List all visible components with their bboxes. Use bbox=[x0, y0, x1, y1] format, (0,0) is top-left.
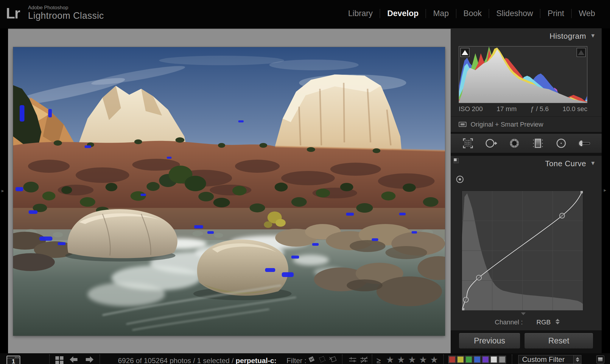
red-eye-tool[interactable] bbox=[507, 136, 522, 150]
filter-lock-icon[interactable] bbox=[596, 355, 604, 363]
channel-row: Channel : RGB bbox=[451, 317, 602, 329]
channel-spinner-icon[interactable] bbox=[555, 319, 560, 324]
highlight-clipping-indicator[interactable] bbox=[577, 48, 586, 57]
color-label-gray[interactable] bbox=[499, 356, 506, 363]
left-panel-reveal-icon[interactable]: ▸ bbox=[1, 188, 4, 194]
module-picker: Library Develop Map Book Slideshow Print… bbox=[341, 9, 602, 18]
radial-filter-tool[interactable] bbox=[554, 136, 568, 150]
targeted-adjustment-icon[interactable] bbox=[455, 175, 464, 185]
dropdown-spinner-icon[interactable] bbox=[573, 355, 581, 364]
separator bbox=[443, 354, 444, 364]
main-window-button[interactable]: 1 bbox=[7, 356, 20, 364]
edited-filter-icon[interactable] bbox=[348, 356, 357, 364]
tone-curve-title: Tone Curve bbox=[545, 159, 586, 168]
histogram-svg bbox=[459, 46, 587, 103]
filmstrip-toolbar: 1 2 6926 of 105264 photos / 1 selected /… bbox=[0, 353, 610, 364]
flag-picked-icon[interactable] bbox=[307, 356, 316, 364]
tone-curve-panel: Tone Curve ▼ Channel : RGB bbox=[451, 156, 602, 330]
unedited-filter-icon[interactable] bbox=[359, 356, 369, 364]
filter-label: Filter : bbox=[287, 357, 306, 364]
color-label-red[interactable] bbox=[449, 356, 456, 363]
separator bbox=[99, 354, 100, 364]
flag-unflagged-icon[interactable] bbox=[318, 356, 326, 364]
star-icon[interactable]: ★ bbox=[397, 356, 405, 364]
separator bbox=[49, 354, 50, 364]
previous-button[interactable]: Previous bbox=[459, 333, 520, 349]
reset-button[interactable]: Reset bbox=[524, 333, 593, 349]
smart-preview-label: Original + Smart Preview bbox=[471, 121, 543, 128]
smart-preview-status[interactable]: Original + Smart Preview bbox=[451, 116, 602, 132]
identity-plate: Lr Adobe Photoshop Lightroom Classic bbox=[6, 5, 104, 22]
shadow-clipping-indicator[interactable] bbox=[460, 48, 469, 57]
develop-canvas-area bbox=[8, 28, 451, 353]
brand-line-2: Lightroom Classic bbox=[28, 11, 104, 21]
color-label-green[interactable] bbox=[465, 356, 472, 363]
collapse-triangle-icon[interactable]: ▼ bbox=[590, 32, 596, 39]
module-web[interactable]: Web bbox=[571, 9, 602, 18]
right-panel: Histogram ▼ ISO 200 17 mm ƒ / bbox=[451, 28, 602, 353]
exif-focal-length: 17 mm bbox=[497, 105, 516, 113]
tone-curve-svg bbox=[462, 191, 583, 310]
tool-strip bbox=[451, 134, 602, 153]
grid-view-icon[interactable] bbox=[55, 356, 64, 364]
adjustment-brush-tool[interactable] bbox=[577, 136, 592, 150]
left-panel-rail: ▸ bbox=[0, 28, 8, 364]
color-label-blue[interactable] bbox=[474, 356, 481, 363]
histogram-header[interactable]: Histogram ▼ bbox=[451, 28, 602, 43]
color-label-yellow[interactable] bbox=[457, 356, 464, 363]
curve-region-pointer-icon bbox=[521, 312, 526, 315]
filter-preset-dropdown[interactable]: Custom Filter bbox=[518, 355, 581, 364]
exif-aperture: ƒ / 5.6 bbox=[530, 105, 549, 113]
smart-preview-icon bbox=[459, 122, 466, 127]
module-map[interactable]: Map bbox=[426, 9, 456, 18]
color-label-purple[interactable] bbox=[482, 356, 489, 363]
catalog-status-text: 6926 of 105264 photos / 1 selected / per… bbox=[118, 357, 276, 364]
spot-removal-tool[interactable] bbox=[484, 136, 498, 150]
histogram-title: Histogram bbox=[550, 32, 586, 41]
star-icon[interactable]: ★ bbox=[430, 356, 438, 364]
histogram-panel: Histogram ▼ ISO 200 17 mm ƒ / bbox=[451, 28, 602, 132]
graduated-filter-tool[interactable] bbox=[531, 136, 545, 150]
solo-mode-toggle-icon[interactable] bbox=[454, 158, 459, 163]
collapse-triangle-icon[interactable]: ▼ bbox=[590, 160, 596, 167]
channel-select[interactable]: RGB bbox=[536, 318, 551, 326]
module-print[interactable]: Print bbox=[540, 9, 571, 18]
tone-curve-header[interactable]: Tone Curve ▼ bbox=[451, 156, 602, 171]
rating-operator[interactable]: ≥ bbox=[376, 356, 381, 364]
top-bar: Lr Adobe Photoshop Lightroom Classic Lib… bbox=[0, 0, 610, 28]
back-arrow-icon[interactable] bbox=[69, 355, 79, 364]
module-develop[interactable]: Develop bbox=[380, 9, 426, 18]
separator bbox=[342, 354, 343, 364]
highlight-clip-triangle-icon bbox=[578, 50, 584, 55]
lightroom-window: Lr Adobe Photoshop Lightroom Classic Lib… bbox=[0, 0, 610, 364]
photo-canvas[interactable] bbox=[13, 47, 445, 336]
exif-shutter: 10.0 sec bbox=[563, 105, 587, 113]
channel-label: Channel : bbox=[495, 318, 523, 326]
tone-curve-chart[interactable] bbox=[462, 191, 583, 311]
selected-filename: perpetual-c: bbox=[236, 357, 276, 364]
flag-rejected-icon[interactable] bbox=[329, 356, 337, 364]
photo-image bbox=[13, 47, 445, 336]
shadow-clip-triangle-icon bbox=[462, 50, 468, 55]
module-library[interactable]: Library bbox=[341, 9, 380, 18]
color-label-white[interactable] bbox=[490, 356, 497, 363]
exif-iso: ISO 200 bbox=[459, 105, 483, 113]
forward-arrow-icon[interactable] bbox=[84, 355, 95, 364]
module-book[interactable]: Book bbox=[456, 9, 489, 18]
star-icon[interactable]: ★ bbox=[408, 356, 416, 364]
separator bbox=[512, 354, 512, 364]
histogram-chart[interactable] bbox=[459, 46, 587, 103]
brand-line-1: Adobe Photoshop bbox=[28, 5, 104, 11]
right-panel-rail: ▸ bbox=[602, 28, 610, 364]
crop-overlay-tool[interactable] bbox=[461, 136, 475, 150]
right-panel-reveal-icon[interactable]: ▸ bbox=[604, 187, 606, 193]
develop-buttons: Previous Reset bbox=[451, 333, 602, 349]
star-icon[interactable]: ★ bbox=[419, 356, 427, 364]
exif-info: ISO 200 17 mm ƒ / 5.6 10.0 sec bbox=[459, 105, 587, 113]
filter-preset-value: Custom Filter bbox=[519, 355, 573, 364]
lr-logo: Lr bbox=[6, 5, 20, 22]
separator bbox=[372, 354, 372, 364]
module-slideshow[interactable]: Slideshow bbox=[489, 9, 540, 18]
star-icon[interactable]: ★ bbox=[386, 356, 394, 364]
